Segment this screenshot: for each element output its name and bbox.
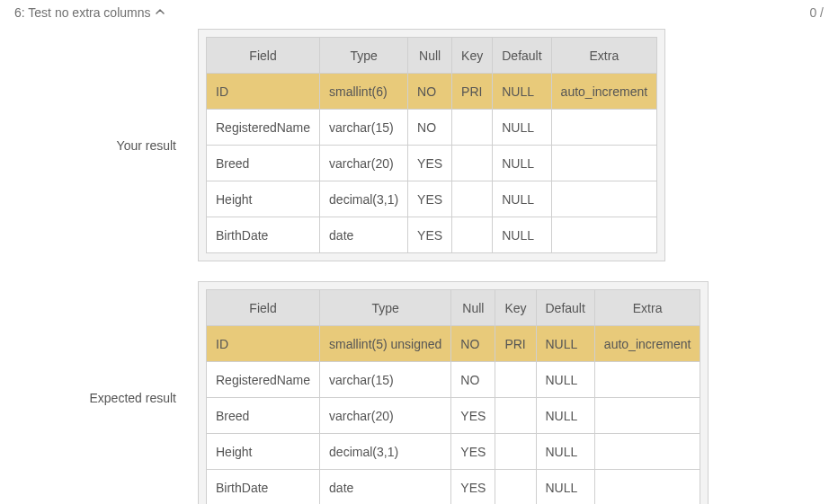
cell: YES bbox=[451, 470, 495, 505]
cell: RegisteredName bbox=[207, 362, 320, 398]
cell: BirthDate bbox=[207, 217, 320, 253]
your-result-table: Field Type Null Key Default Extra IDsmal… bbox=[206, 37, 657, 253]
cell: YES bbox=[408, 217, 452, 253]
table-row: IDsmallint(5) unsignedNOPRINULLauto_incr… bbox=[207, 326, 700, 362]
your-result-section: Your result Field Type Null Key Default … bbox=[0, 29, 829, 261]
cell: NO bbox=[451, 362, 495, 398]
table-row: Heightdecimal(3,1)YESNULL bbox=[207, 181, 657, 217]
cell: auto_increment bbox=[551, 74, 657, 110]
cell bbox=[452, 217, 493, 253]
col-extra: Extra bbox=[594, 290, 700, 326]
cell: smallint(6) bbox=[320, 74, 408, 110]
cell: NULL bbox=[536, 470, 594, 505]
col-type: Type bbox=[320, 290, 451, 326]
col-type: Type bbox=[320, 38, 408, 74]
expected-result-table-wrap: Field Type Null Key Default Extra IDsmal… bbox=[198, 281, 709, 504]
cell: date bbox=[320, 217, 408, 253]
cell bbox=[551, 217, 657, 253]
col-default: Default bbox=[536, 290, 594, 326]
cell: smallint(5) unsigned bbox=[320, 326, 451, 362]
cell: NO bbox=[408, 74, 452, 110]
cell: NULL bbox=[493, 74, 551, 110]
cell bbox=[452, 146, 493, 181]
cell bbox=[495, 398, 536, 434]
expected-result-label: Expected result bbox=[41, 391, 176, 405]
col-null: Null bbox=[408, 38, 452, 74]
cell: Breed bbox=[207, 146, 320, 181]
cell: PRI bbox=[495, 326, 536, 362]
cell bbox=[551, 146, 657, 181]
cell bbox=[452, 110, 493, 146]
cell: auto_increment bbox=[594, 326, 700, 362]
cell: NULL bbox=[536, 434, 594, 470]
col-field: Field bbox=[207, 290, 320, 326]
cell: YES bbox=[451, 398, 495, 434]
col-field: Field bbox=[207, 38, 320, 74]
cell: ID bbox=[207, 326, 320, 362]
cell: BirthDate bbox=[207, 470, 320, 505]
cell bbox=[495, 362, 536, 398]
cell: NULL bbox=[493, 181, 551, 217]
cell: decimal(3,1) bbox=[320, 181, 408, 217]
table-row: BirthDatedateYESNULL bbox=[207, 217, 657, 253]
cell: PRI bbox=[452, 74, 493, 110]
test-header: 6: Test no extra columns 0 / bbox=[0, 0, 829, 29]
cell: varchar(15) bbox=[320, 110, 408, 146]
cell bbox=[594, 362, 700, 398]
expected-result-table: Field Type Null Key Default Extra IDsmal… bbox=[206, 289, 700, 504]
table-row: IDsmallint(6)NOPRINULLauto_increment bbox=[207, 74, 657, 110]
cell: varchar(20) bbox=[320, 398, 451, 434]
cell bbox=[594, 398, 700, 434]
cell bbox=[594, 434, 700, 470]
test-score: 0 / bbox=[809, 5, 824, 20]
test-toggle[interactable]: 6: Test no extra columns bbox=[14, 5, 166, 20]
col-null: Null bbox=[451, 290, 495, 326]
chevron-up-icon bbox=[154, 5, 166, 20]
cell: NULL bbox=[536, 362, 594, 398]
cell: RegisteredName bbox=[207, 110, 320, 146]
cell bbox=[495, 434, 536, 470]
your-result-label: Your result bbox=[41, 138, 176, 153]
table-header-row: Field Type Null Key Default Extra bbox=[207, 290, 700, 326]
expected-result-section: Expected result Field Type Null Key Defa… bbox=[0, 281, 829, 504]
cell: Breed bbox=[207, 398, 320, 434]
cell: NULL bbox=[536, 326, 594, 362]
table-row: Heightdecimal(3,1)YESNULL bbox=[207, 434, 700, 470]
cell: NO bbox=[408, 110, 452, 146]
table-row: BirthDatedateYESNULL bbox=[207, 470, 700, 505]
cell: NULL bbox=[493, 146, 551, 181]
col-default: Default bbox=[493, 38, 551, 74]
col-key: Key bbox=[452, 38, 493, 74]
cell: NO bbox=[451, 326, 495, 362]
cell bbox=[551, 181, 657, 217]
cell: varchar(20) bbox=[320, 146, 408, 181]
cell bbox=[551, 110, 657, 146]
col-key: Key bbox=[495, 290, 536, 326]
cell: YES bbox=[408, 146, 452, 181]
cell: ID bbox=[207, 74, 320, 110]
test-title: 6: Test no extra columns bbox=[14, 5, 150, 20]
table-row: RegisteredNamevarchar(15)NONULL bbox=[207, 362, 700, 398]
cell: YES bbox=[408, 181, 452, 217]
cell: NULL bbox=[536, 398, 594, 434]
table-row: Breedvarchar(20)YESNULL bbox=[207, 398, 700, 434]
cell: date bbox=[320, 470, 451, 505]
cell: varchar(15) bbox=[320, 362, 451, 398]
your-result-table-wrap: Field Type Null Key Default Extra IDsmal… bbox=[198, 29, 665, 261]
col-extra: Extra bbox=[551, 38, 657, 74]
table-row: RegisteredNamevarchar(15)NONULL bbox=[207, 110, 657, 146]
cell: Height bbox=[207, 434, 320, 470]
cell bbox=[495, 470, 536, 505]
cell: NULL bbox=[493, 217, 551, 253]
cell bbox=[594, 470, 700, 505]
cell bbox=[452, 181, 493, 217]
cell: YES bbox=[451, 434, 495, 470]
cell: decimal(3,1) bbox=[320, 434, 451, 470]
table-row: Breedvarchar(20)YESNULL bbox=[207, 146, 657, 181]
cell: NULL bbox=[493, 110, 551, 146]
cell: Height bbox=[207, 181, 320, 217]
table-header-row: Field Type Null Key Default Extra bbox=[207, 38, 657, 74]
